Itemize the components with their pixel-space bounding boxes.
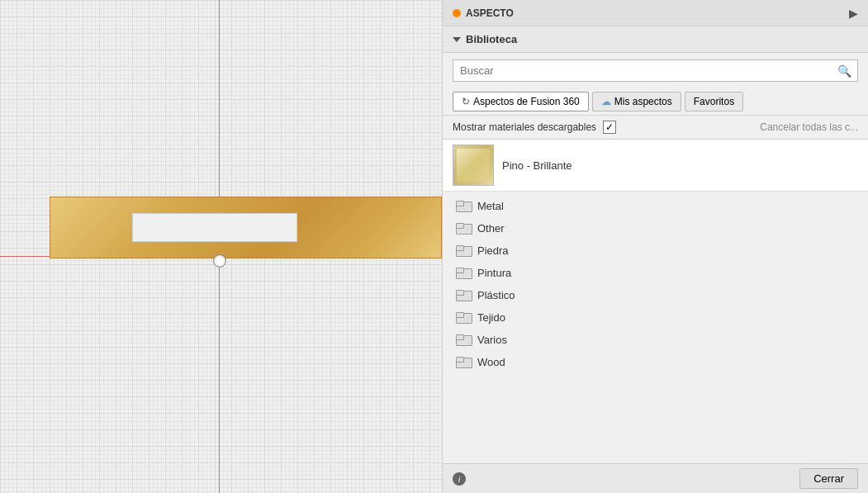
board-cutout [132, 213, 297, 242]
category-other-label: Other [477, 222, 505, 235]
collapse-arrow-icon[interactable]: ▶ [849, 7, 858, 20]
folder-icon-wood [456, 357, 471, 368]
category-item-plastico[interactable]: Plástico [443, 284, 868, 306]
tab-mis-aspectos-label: Mis aspectos [614, 96, 672, 107]
folder-icon-metal [456, 201, 471, 212]
refresh-icon: ↻ [462, 96, 470, 107]
search-icon: 🔍 [837, 64, 851, 78]
pine-thumb-inner [457, 149, 490, 182]
category-varios-label: Varios [477, 334, 507, 346]
category-list: Metal Other Piedra Pintura Plástico [443, 192, 868, 463]
bottom-row: i Cerrar [443, 463, 868, 493]
cancelar-label: Cancelar todas las c... [760, 121, 858, 133]
cloud-icon: ☁ [601, 96, 611, 107]
category-item-varios[interactable]: Varios [443, 329, 868, 351]
category-wood-label: Wood [477, 356, 505, 368]
category-item-piedra[interactable]: Piedra [443, 239, 868, 262]
tab-favoritos-label: Favoritos [694, 96, 734, 107]
mostrar-materiales-checkbox[interactable]: ✓ [603, 121, 616, 134]
aspecto-title-row: ASPECTO [453, 7, 514, 19]
canvas-area [0, 0, 442, 493]
category-item-metal[interactable]: Metal [443, 195, 868, 217]
panel-content: Biblioteca 🔍 ↻ Aspectos de Fusion 360 ☁ … [443, 26, 868, 493]
mostrar-materiales-label: Mostrar materiales descargables [453, 121, 596, 133]
category-item-wood[interactable]: Wood [443, 351, 868, 373]
category-item-other[interactable]: Other [443, 217, 868, 239]
orange-dot-icon [453, 9, 461, 17]
folder-icon-pintura [456, 268, 471, 279]
materials-area: Pino - Brillante Metal Other Piedra [443, 140, 868, 463]
tab-mis-aspectos[interactable]: ☁ Mis aspectos [592, 92, 681, 111]
pine-item[interactable]: Pino - Brillante [443, 140, 868, 192]
pine-name: Pino - Brillante [502, 159, 572, 172]
category-metal-label: Metal [477, 200, 504, 212]
biblioteca-header: Biblioteca [443, 26, 868, 53]
pine-thumbnail [453, 145, 494, 186]
tab-fusion360-label: Aspectos de Fusion 360 [473, 96, 580, 107]
biblioteca-label: Biblioteca [466, 33, 517, 45]
category-plastico-label: Plástico [477, 289, 515, 301]
info-icon[interactable]: i [453, 472, 466, 486]
search-input[interactable] [453, 59, 858, 82]
cerrar-button[interactable]: Cerrar [799, 468, 858, 489]
aspecto-header: ASPECTO ▶ [443, 0, 868, 26]
right-panel: ASPECTO ▶ Biblioteca 🔍 ↻ Aspectos de Fus… [442, 0, 868, 493]
folder-icon-other [456, 223, 471, 235]
folder-icon-varios [456, 334, 471, 346]
category-item-tejido[interactable]: Tejido [443, 306, 868, 329]
category-piedra-label: Piedra [477, 244, 509, 257]
category-item-pintura[interactable]: Pintura [443, 262, 868, 284]
search-row: 🔍 [443, 53, 868, 88]
tab-fusion360[interactable]: ↻ Aspectos de Fusion 360 [453, 92, 589, 111]
materiales-row: Mostrar materiales descargables ✓ Cancel… [443, 116, 868, 140]
folder-icon-plastico [456, 290, 471, 301]
search-container: 🔍 [453, 59, 858, 82]
folder-icon-tejido [456, 312, 471, 324]
category-tejido-label: Tejido [477, 311, 505, 324]
category-pintura-label: Pintura [477, 267, 511, 279]
tab-favoritos[interactable]: Favoritos [685, 92, 743, 111]
rotate-handle[interactable] [213, 254, 226, 268]
tabs-row: ↻ Aspectos de Fusion 360 ☁ Mis aspectos … [443, 88, 868, 116]
aspecto-title-text: ASPECTO [466, 7, 514, 19]
folder-icon-piedra [456, 245, 471, 257]
triangle-down-icon [453, 37, 461, 42]
